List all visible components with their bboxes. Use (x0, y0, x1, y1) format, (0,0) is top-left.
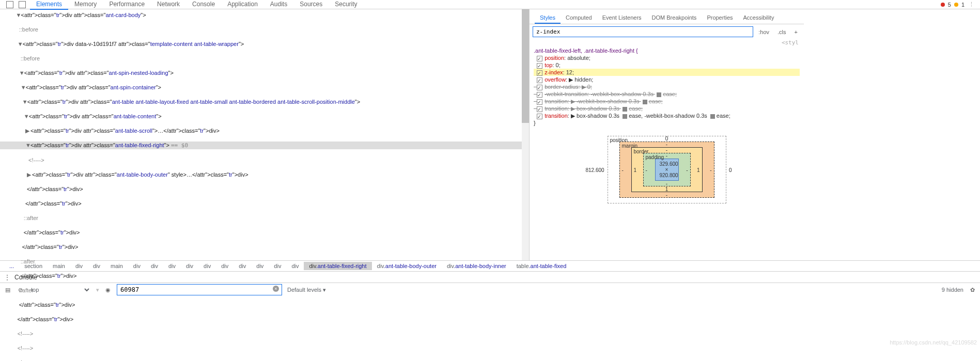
prop-checkbox[interactable] (537, 56, 542, 61)
css-declaration[interactable]: top: 0; (534, 61, 800, 69)
prop-checkbox[interactable] (537, 77, 542, 83)
hov-toggle[interactable]: :hov (755, 29, 772, 35)
box-margin-top[interactable]: - (666, 142, 667, 147)
dom-node[interactable]: <!----> (0, 156, 529, 164)
css-rule[interactable]: .ant-table-fixed-left, .ant-table-fixed-… (530, 46, 804, 129)
ease-swatch[interactable] (623, 107, 627, 112)
dom-node[interactable]: ::before (0, 26, 529, 33)
dom-node[interactable]: </attr">class="tr">div> (0, 229, 529, 236)
dom-node[interactable]: ▼<attr">class="tr">div data-v-10d191f7 a… (0, 40, 529, 48)
box-padding-left[interactable]: - (646, 167, 647, 172)
subtab-dom-breakpoints[interactable]: DOM Breakpoints (647, 12, 702, 24)
dom-node[interactable]: ▶<attr">class="tr">div attr">class="ant-… (0, 127, 529, 134)
rule-source-link[interactable]: <styl (530, 39, 804, 46)
subtab-computed[interactable]: Computed (561, 12, 597, 24)
box-margin-right[interactable]: - (710, 167, 711, 172)
subtab-event-listeners[interactable]: Event Listeners (597, 12, 647, 24)
dom-node[interactable]: <!----> (0, 330, 529, 337)
dom-tree[interactable]: ▼<attr">class="tr">div attr">class="ant-… (0, 9, 529, 361)
prop-checkbox[interactable] (537, 70, 542, 76)
box-border-top[interactable]: - (666, 147, 667, 153)
ease-swatch[interactable] (710, 114, 715, 119)
device-icon[interactable] (19, 1, 26, 8)
prop-checkbox[interactable] (537, 63, 542, 69)
box-model[interactable]: 812.600 position 0 0 margin - - - - bord… (608, 136, 726, 203)
box-padding-bottom[interactable]: - (666, 181, 667, 186)
console-sidebar-icon[interactable]: ▤ (4, 286, 11, 293)
console-settings-icon[interactable]: ✿ (969, 286, 976, 293)
css-declaration[interactable]: border-radius: ▶ 0; (534, 83, 800, 90)
new-rule-icon[interactable]: + (791, 29, 801, 35)
log-levels-select[interactable]: Default levels ▾ (287, 287, 326, 293)
tab-application[interactable]: Application (221, 0, 264, 10)
box-content-size[interactable]: 329.600 × 920.800 (655, 159, 679, 181)
dom-node[interactable]: ▼<attr">class="tr">div attr">class="ant-… (0, 11, 529, 19)
css-declaration[interactable]: transition: ▶ box-shadow 0.3s ease; (534, 105, 800, 112)
more-icon[interactable]: ⋮ (968, 1, 975, 8)
clear-filter-icon[interactable]: × (273, 286, 279, 292)
dom-node[interactable]: </attr">class="tr">div> (0, 200, 529, 207)
prop-checkbox[interactable] (537, 99, 542, 105)
ease-swatch[interactable] (643, 100, 647, 104)
prop-checkbox[interactable] (537, 114, 542, 119)
subtab-properties[interactable]: Properties (702, 12, 738, 24)
ease-swatch[interactable] (657, 92, 661, 97)
tab-security[interactable]: Security (329, 0, 363, 10)
tab-network[interactable]: Network (151, 0, 186, 10)
dom-node[interactable]: </attr">class="tr">div> (0, 272, 529, 279)
box-border-bottom[interactable]: 1 (665, 186, 668, 192)
rule-selector[interactable]: .ant-table-fixed-left, .ant-table-fixed-… (534, 48, 638, 54)
dom-node[interactable]: ▼<attr">class="tr">div attr">class="ant-… (0, 113, 529, 120)
dom-node[interactable]: ▼<attr">class="tr">div attr">class="ant-… (0, 69, 529, 76)
css-declaration[interactable]: position: absolute; (534, 54, 800, 61)
dom-scrollbar[interactable] (522, 9, 529, 260)
dom-node[interactable]: </attr">class="tr">div> (0, 301, 529, 308)
tab-elements[interactable]: Elements (30, 0, 68, 10)
inspect-icon[interactable] (6, 1, 13, 8)
dom-node[interactable]: ▼<attr">class="tr">div attr">class="ant-… (0, 142, 529, 149)
css-declaration[interactable]: transition: ▶ -webkit-box-shadow 0.3s ea… (534, 98, 800, 105)
tab-console[interactable]: Console (186, 0, 221, 10)
tab-memory[interactable]: Memory (68, 0, 103, 10)
css-declaration[interactable]: transition: ▶ box-shadow 0.3s ease, -web… (534, 112, 800, 119)
devtools-topbar: ElementsMemoryPerformanceNetworkConsoleA… (0, 0, 980, 9)
console-clear-icon[interactable]: ⊘ (17, 286, 24, 293)
dom-node[interactable]: </attr">class="tr">div> (0, 316, 529, 323)
dom-node[interactable]: ▼<attr">class="tr">div attr">class="ant-… (0, 98, 529, 105)
box-padding-top[interactable]: - (666, 153, 667, 159)
box-border-right[interactable]: 1 (697, 167, 700, 172)
box-margin-bottom[interactable]: - (666, 192, 667, 198)
box-border-left[interactable]: 1 (634, 167, 637, 172)
dom-node[interactable]: </attr">class="tr">div> (0, 185, 529, 193)
dom-node[interactable]: ::after (0, 214, 529, 222)
dom-node[interactable]: ▶<attr">class="tr">div attr">class="ant-… (0, 171, 529, 178)
dom-node[interactable]: <!----> (0, 359, 529, 361)
styles-filter-input[interactable] (533, 26, 753, 37)
cls-toggle[interactable]: .cls (774, 29, 789, 35)
css-declaration[interactable]: overflow: ▶ hidden; (534, 76, 800, 83)
css-declaration[interactable]: -webkit-transition: -webkit-box-shadow 0… (534, 90, 800, 98)
css-declaration[interactable]: z-index: 12; (534, 69, 800, 76)
dom-node[interactable]: <!----> (0, 344, 529, 352)
console-eye-icon[interactable]: ◉ (104, 286, 112, 293)
ease-swatch[interactable] (623, 114, 627, 119)
subtab-styles[interactable]: Styles (535, 12, 561, 24)
hidden-count[interactable]: 9 hidden (942, 287, 963, 293)
tab-performance[interactable]: Performance (103, 0, 151, 10)
prop-checkbox[interactable] (537, 92, 542, 98)
prop-checkbox[interactable] (537, 85, 542, 90)
tab-sources[interactable]: Sources (293, 0, 329, 10)
error-warn-summary[interactable]: 5 1 ⋮ (941, 1, 980, 8)
console-filter-input[interactable] (117, 284, 282, 295)
dom-node[interactable]: ▼<attr">class="tr">div attr">class="ant-… (0, 84, 529, 91)
prop-checkbox[interactable] (537, 106, 542, 112)
box-padding-right[interactable]: - (686, 167, 688, 172)
box-margin-left[interactable]: - (622, 167, 624, 172)
dom-node[interactable]: </attr">class="tr">div> (0, 243, 529, 250)
dom-node[interactable]: ::before (0, 55, 529, 62)
context-select[interactable]: top (29, 286, 91, 293)
scroll-thumb[interactable] (522, 9, 529, 123)
dom-node[interactable]: ::after (0, 258, 529, 265)
subtab-accessibility[interactable]: Accessibility (738, 12, 780, 24)
tab-audits[interactable]: Audits (264, 0, 293, 10)
